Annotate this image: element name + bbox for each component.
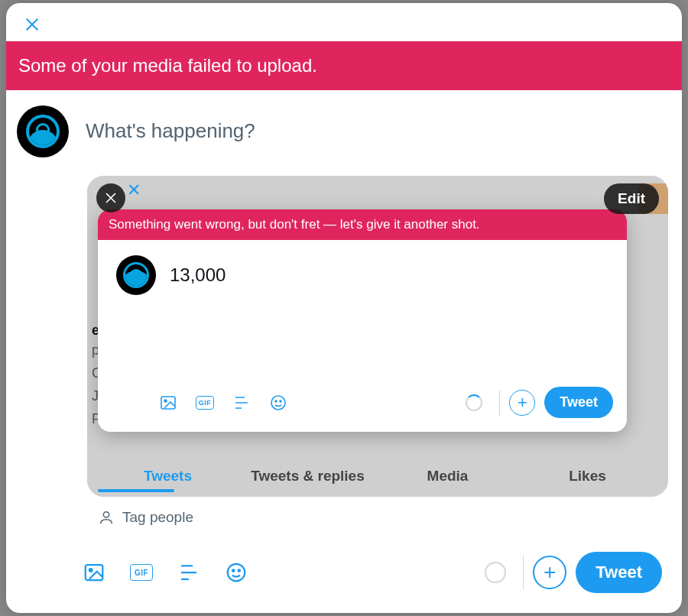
image-icon[interactable]: [83, 561, 105, 584]
inner-tool-icons: GIF: [159, 394, 287, 412]
gif-label: GIF: [196, 396, 214, 410]
avatar[interactable]: [116, 255, 156, 295]
tab-media[interactable]: Media: [378, 460, 518, 492]
divider: [523, 556, 524, 589]
inner-compose-text[interactable]: 13,000: [170, 264, 226, 286]
avatar-image: [26, 115, 60, 148]
tab-underline: [98, 489, 174, 492]
remove-media-button[interactable]: [96, 183, 125, 212]
tag-people-label: Tag people: [122, 509, 193, 526]
media-attachment: el po C Jo F Tweets Tweets & replies Med…: [87, 176, 668, 497]
inner-compose-row: 13,000: [98, 242, 627, 295]
poll-icon[interactable]: [177, 561, 200, 584]
profile-tabs: Tweets Tweets & replies Media Likes: [87, 460, 668, 492]
close-icon: [24, 16, 41, 33]
compose-input[interactable]: What's happening?: [69, 105, 255, 143]
svg-point-4: [280, 400, 281, 402]
add-thread-button[interactable]: +: [509, 390, 535, 416]
svg-point-10: [239, 569, 241, 572]
char-count-ring: [485, 562, 506, 583]
close-icon: [104, 191, 118, 205]
tool-icons: GIF: [83, 561, 248, 584]
bottom-toolbar: GIF + Tweet: [6, 535, 682, 613]
avatar[interactable]: [17, 105, 69, 157]
tab-likes[interactable]: Likes: [518, 460, 657, 492]
emoji-icon[interactable]: [269, 394, 287, 412]
plus-icon: +: [518, 393, 527, 413]
error-banner-text: Some of your media failed to upload.: [18, 55, 317, 76]
inner-toolbar: GIF + Tweet: [98, 295, 627, 432]
edit-label: Edit: [618, 190, 645, 207]
gif-icon[interactable]: GIF: [196, 394, 214, 412]
close-button[interactable]: [23, 15, 41, 34]
svg-rect-0: [161, 397, 175, 409]
modal-header: [6, 3, 682, 41]
error-banner: Some of your media failed to upload.: [6, 41, 682, 92]
inner-compose-dialog: Something went wrong, but don't fret — l…: [98, 209, 627, 432]
person-icon: [98, 509, 115, 526]
svg-point-3: [275, 400, 277, 402]
gif-icon[interactable]: GIF: [130, 561, 153, 584]
inner-error-text: Something went wrong, but don't fret — l…: [109, 217, 480, 232]
gif-label: GIF: [130, 564, 153, 581]
char-count-ring: [466, 394, 482, 411]
emoji-icon[interactable]: [225, 561, 248, 584]
bg-close-icon: ✕: [127, 180, 141, 200]
svg-point-9: [232, 569, 235, 572]
svg-point-1: [164, 400, 167, 402]
tweet-button[interactable]: Tweet: [576, 552, 662, 593]
svg-point-2: [271, 396, 285, 410]
compose-tweet-modal: Some of your media failed to upload. Wha…: [6, 3, 682, 613]
add-thread-button[interactable]: +: [533, 556, 566, 589]
avatar-image: [123, 262, 149, 288]
svg-point-5: [103, 512, 109, 517]
svg-rect-6: [86, 565, 103, 580]
image-icon[interactable]: [159, 394, 177, 412]
edit-media-button[interactable]: Edit: [604, 183, 659, 214]
inner-error-banner: Something went wrong, but don't fret — l…: [98, 209, 627, 242]
svg-point-7: [89, 569, 92, 572]
divider: [499, 390, 500, 416]
tweet-button[interactable]: Tweet: [544, 387, 613, 418]
tab-replies[interactable]: Tweets & replies: [238, 460, 378, 492]
plus-icon: +: [544, 560, 556, 585]
tab-tweets[interactable]: Tweets: [98, 460, 238, 492]
compose-row: What's happening?: [6, 92, 682, 157]
tag-people-button[interactable]: Tag people: [6, 497, 682, 526]
poll-icon[interactable]: [232, 394, 251, 412]
svg-point-8: [228, 564, 245, 582]
